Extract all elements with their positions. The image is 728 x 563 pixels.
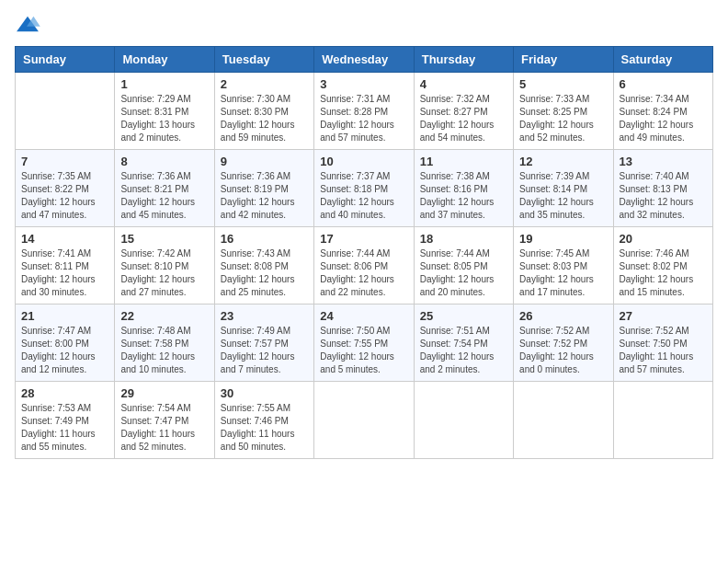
logo-icon <box>15 15 40 35</box>
calendar-cell: 19Sunrise: 7:45 AM Sunset: 8:03 PM Dayli… <box>514 227 613 304</box>
day-info: Sunrise: 7:39 AM Sunset: 8:14 PM Dayligh… <box>519 170 607 222</box>
calendar-cell: 13Sunrise: 7:40 AM Sunset: 8:13 PM Dayli… <box>613 150 712 227</box>
header-thursday: Thursday <box>414 47 513 73</box>
day-info: Sunrise: 7:32 AM Sunset: 8:27 PM Dayligh… <box>420 93 507 144</box>
day-number: 6 <box>620 77 707 91</box>
calendar-table: Sunday Monday Tuesday Wednesday Thursday… <box>15 46 713 459</box>
day-info: Sunrise: 7:36 AM Sunset: 8:21 PM Dayligh… <box>120 170 208 222</box>
day-number: 25 <box>420 309 507 323</box>
day-number: 15 <box>120 232 208 246</box>
calendar-cell: 30Sunrise: 7:55 AM Sunset: 7:46 PM Dayli… <box>214 382 313 459</box>
day-number: 27 <box>620 309 707 323</box>
day-info: Sunrise: 7:41 AM Sunset: 8:11 PM Dayligh… <box>21 247 108 299</box>
day-number: 3 <box>320 77 407 91</box>
day-number: 17 <box>320 232 407 246</box>
calendar-cell: 5Sunrise: 7:33 AM Sunset: 8:25 PM Daylig… <box>514 73 613 150</box>
day-info: Sunrise: 7:42 AM Sunset: 8:10 PM Dayligh… <box>120 247 208 299</box>
day-number: 14 <box>21 232 108 246</box>
day-info: Sunrise: 7:50 AM Sunset: 7:55 PM Dayligh… <box>320 325 407 376</box>
calendar-cell: 4Sunrise: 7:32 AM Sunset: 8:27 PM Daylig… <box>414 73 513 150</box>
calendar-cell: 12Sunrise: 7:39 AM Sunset: 8:14 PM Dayli… <box>514 150 613 227</box>
calendar-cell <box>613 382 712 459</box>
calendar-cell: 22Sunrise: 7:48 AM Sunset: 7:58 PM Dayli… <box>115 304 214 382</box>
day-info: Sunrise: 7:31 AM Sunset: 8:28 PM Dayligh… <box>320 93 407 144</box>
calendar-cell: 27Sunrise: 7:52 AM Sunset: 7:50 PM Dayli… <box>613 304 712 382</box>
day-number: 26 <box>519 309 607 323</box>
calendar-week-row: 1Sunrise: 7:29 AM Sunset: 8:31 PM Daylig… <box>16 73 713 150</box>
day-info: Sunrise: 7:37 AM Sunset: 8:18 PM Dayligh… <box>320 170 407 222</box>
day-info: Sunrise: 7:30 AM Sunset: 8:30 PM Dayligh… <box>221 93 308 144</box>
day-info: Sunrise: 7:44 AM Sunset: 8:05 PM Dayligh… <box>420 247 507 299</box>
day-number: 16 <box>221 232 308 246</box>
calendar-week-row: 21Sunrise: 7:47 AM Sunset: 8:00 PM Dayli… <box>16 304 713 382</box>
calendar-cell: 10Sunrise: 7:37 AM Sunset: 8:18 PM Dayli… <box>314 150 414 227</box>
day-info: Sunrise: 7:53 AM Sunset: 7:49 PM Dayligh… <box>21 402 108 454</box>
header-monday: Monday <box>115 47 214 73</box>
calendar-cell <box>514 382 613 459</box>
calendar-cell: 23Sunrise: 7:49 AM Sunset: 7:57 PM Dayli… <box>214 304 313 382</box>
calendar-cell: 9Sunrise: 7:36 AM Sunset: 8:19 PM Daylig… <box>214 150 313 227</box>
calendar-cell: 17Sunrise: 7:44 AM Sunset: 8:06 PM Dayli… <box>314 227 414 304</box>
day-number: 10 <box>320 155 407 168</box>
day-number: 5 <box>519 77 607 91</box>
day-number: 22 <box>120 309 208 323</box>
day-number: 8 <box>120 155 208 168</box>
calendar-cell: 18Sunrise: 7:44 AM Sunset: 8:05 PM Dayli… <box>414 227 513 304</box>
calendar-cell <box>314 382 414 459</box>
calendar-cell: 24Sunrise: 7:50 AM Sunset: 7:55 PM Dayli… <box>314 304 414 382</box>
day-number: 20 <box>620 232 707 246</box>
calendar-cell: 21Sunrise: 7:47 AM Sunset: 8:00 PM Dayli… <box>16 304 115 382</box>
day-info: Sunrise: 7:46 AM Sunset: 8:02 PM Dayligh… <box>620 247 707 299</box>
day-number: 13 <box>620 155 707 168</box>
day-info: Sunrise: 7:43 AM Sunset: 8:08 PM Dayligh… <box>221 247 308 299</box>
calendar-cell <box>414 382 513 459</box>
calendar-cell: 7Sunrise: 7:35 AM Sunset: 8:22 PM Daylig… <box>16 150 115 227</box>
day-info: Sunrise: 7:29 AM Sunset: 8:31 PM Dayligh… <box>120 93 208 144</box>
calendar-cell: 15Sunrise: 7:42 AM Sunset: 8:10 PM Dayli… <box>115 227 214 304</box>
calendar-cell: 11Sunrise: 7:38 AM Sunset: 8:16 PM Dayli… <box>414 150 513 227</box>
header-sunday: Sunday <box>16 47 115 73</box>
day-info: Sunrise: 7:47 AM Sunset: 8:00 PM Dayligh… <box>21 325 108 376</box>
day-info: Sunrise: 7:49 AM Sunset: 7:57 PM Dayligh… <box>221 325 308 376</box>
calendar-week-row: 14Sunrise: 7:41 AM Sunset: 8:11 PM Dayli… <box>16 227 713 304</box>
day-number: 19 <box>519 232 607 246</box>
day-number: 24 <box>320 309 407 323</box>
day-info: Sunrise: 7:40 AM Sunset: 8:13 PM Dayligh… <box>620 170 707 222</box>
day-number: 21 <box>21 309 108 323</box>
day-info: Sunrise: 7:33 AM Sunset: 8:25 PM Dayligh… <box>519 93 607 144</box>
calendar-week-row: 28Sunrise: 7:53 AM Sunset: 7:49 PM Dayli… <box>16 382 713 459</box>
calendar-cell: 6Sunrise: 7:34 AM Sunset: 8:24 PM Daylig… <box>613 73 712 150</box>
day-info: Sunrise: 7:36 AM Sunset: 8:19 PM Dayligh… <box>221 170 308 222</box>
day-number: 11 <box>420 155 507 168</box>
header-saturday: Saturday <box>613 47 712 73</box>
day-number: 12 <box>519 155 607 168</box>
calendar-cell: 20Sunrise: 7:46 AM Sunset: 8:02 PM Dayli… <box>613 227 712 304</box>
day-number: 18 <box>420 232 507 246</box>
page-header <box>15 15 713 35</box>
day-number: 4 <box>420 77 507 91</box>
calendar-cell: 2Sunrise: 7:30 AM Sunset: 8:30 PM Daylig… <box>214 73 313 150</box>
day-info: Sunrise: 7:52 AM Sunset: 7:52 PM Dayligh… <box>519 325 607 376</box>
day-info: Sunrise: 7:51 AM Sunset: 7:54 PM Dayligh… <box>420 325 507 376</box>
header-friday: Friday <box>514 47 613 73</box>
calendar-week-row: 7Sunrise: 7:35 AM Sunset: 8:22 PM Daylig… <box>16 150 713 227</box>
day-info: Sunrise: 7:55 AM Sunset: 7:46 PM Dayligh… <box>221 402 308 454</box>
header-tuesday: Tuesday <box>214 47 313 73</box>
weekday-header-row: Sunday Monday Tuesday Wednesday Thursday… <box>16 47 713 73</box>
calendar-cell: 1Sunrise: 7:29 AM Sunset: 8:31 PM Daylig… <box>115 73 214 150</box>
calendar-cell: 14Sunrise: 7:41 AM Sunset: 8:11 PM Dayli… <box>16 227 115 304</box>
day-number: 7 <box>21 155 108 168</box>
day-number: 30 <box>221 386 308 400</box>
day-info: Sunrise: 7:34 AM Sunset: 8:24 PM Dayligh… <box>620 93 707 144</box>
day-number: 1 <box>120 77 208 91</box>
calendar-cell <box>16 73 115 150</box>
calendar-cell: 29Sunrise: 7:54 AM Sunset: 7:47 PM Dayli… <box>115 382 214 459</box>
logo <box>15 15 44 35</box>
calendar-cell: 3Sunrise: 7:31 AM Sunset: 8:28 PM Daylig… <box>314 73 414 150</box>
day-info: Sunrise: 7:54 AM Sunset: 7:47 PM Dayligh… <box>120 402 208 454</box>
day-number: 2 <box>221 77 308 91</box>
day-number: 23 <box>221 309 308 323</box>
day-info: Sunrise: 7:48 AM Sunset: 7:58 PM Dayligh… <box>120 325 208 376</box>
day-info: Sunrise: 7:44 AM Sunset: 8:06 PM Dayligh… <box>320 247 407 299</box>
day-number: 28 <box>21 386 108 400</box>
